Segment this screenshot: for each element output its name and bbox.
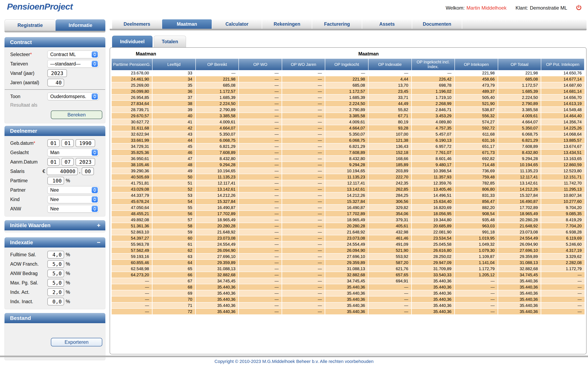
cell-op-pot-intekopen: 5.246,60: [541, 242, 585, 248]
cell-op-wo-jaren: —: [282, 174, 325, 180]
table-row: 29.670,57 40 3.385,58 — — 3.385,58 67,71…: [112, 113, 585, 119]
sidebar: Contract Selecteer* Contract ML Tarieven…: [4, 33, 105, 354]
sub-tab[interactable]: Individueel: [112, 36, 153, 48]
cell-op-indexatie: 553,92: [369, 254, 412, 260]
indexatie-field-input[interactable]: [47, 251, 64, 259]
cell-op-ingekocht: 34.745,45: [325, 278, 369, 284]
cell-op-wo: —: [239, 235, 282, 242]
geslacht-select[interactable]: Man: [47, 149, 99, 156]
cell-op-ingekocht-incl-index: 11.357,93: [412, 174, 455, 180]
cell-parttime-pensioeng: 29.670,57: [112, 113, 153, 119]
cell-op-ingekocht: 17.702,89: [325, 211, 369, 217]
tarieven-select[interactable]: —standaard—: [47, 60, 99, 68]
main-tab[interactable]: Documenten: [412, 19, 462, 29]
indexatie-field-input[interactable]: [47, 269, 64, 277]
cell-op-intekopen: —: [455, 309, 498, 315]
cell-op-intekopen: 1.205,12: [455, 272, 498, 278]
cell-op-wo: —: [239, 150, 282, 156]
cell-leeftijd: 72: [153, 309, 196, 315]
indexatie-field-input[interactable]: [47, 288, 64, 296]
partner-select[interactable]: Nee: [47, 186, 99, 194]
cell-op-pot-intekopen: 12.860,59: [541, 162, 585, 168]
section-indexatie-header[interactable]: Indexatie −: [4, 237, 105, 248]
table-row: 41.751,81 51 12.117,41 — — 12.117,41 242…: [112, 180, 585, 186]
section-deelnemer-title: Deelnemer: [10, 128, 37, 134]
main-tab-label: Calculator: [225, 21, 248, 27]
cell-leeftijd: 65: [153, 266, 196, 272]
geb-month-input[interactable]: [61, 139, 74, 147]
aanm-month-input[interactable]: [61, 158, 74, 166]
parttime-input[interactable]: [47, 177, 64, 184]
vanaf-jaar-input[interactable]: [47, 69, 67, 77]
cell-op-indexatie: 152,18: [369, 150, 412, 156]
main-tab[interactable]: Calculator: [212, 19, 262, 29]
aanm-year-input[interactable]: [76, 158, 95, 166]
cell-op-intekopen: 759,48: [455, 174, 498, 180]
cell-op-wo-jaren: —: [282, 156, 325, 162]
cell-op-indexatie: 306,56: [369, 199, 412, 205]
indexatie-field-input[interactable]: [47, 298, 64, 305]
geb-year-input[interactable]: [76, 139, 95, 147]
cell-op-ingekocht-incl-index: 31.709,89: [412, 266, 455, 272]
cell-op-intekopen: 1.079,30: [455, 248, 498, 254]
cell-parttime-pensioeng: 41.751,81: [112, 180, 153, 186]
welcome-label: Welkom:: [446, 5, 465, 11]
tab-registratie[interactable]: Registratie: [4, 19, 56, 31]
cell-op-ingekocht: 35.440,36: [325, 296, 369, 303]
main-tab[interactable]: Assets: [362, 19, 412, 29]
main-tab[interactable]: Rekeningen: [262, 19, 312, 29]
cell-op-intekopen: —: [455, 284, 498, 290]
cell-leeftijd: 55: [153, 205, 196, 211]
sub-tab[interactable]: Totalen: [154, 36, 186, 48]
section-initiele-waarden: Initiële Waarden +: [4, 220, 105, 233]
collapse-icon[interactable]: −: [97, 239, 100, 246]
table-row: — 72 35.440,36 — — 35.440,36 — 35.440,36…: [112, 309, 585, 315]
cell-op-intekopen: 611,68: [455, 131, 498, 137]
geb-day-input[interactable]: [47, 139, 60, 147]
main-tab[interactable]: Deelnemers: [112, 19, 162, 29]
cell-op-ingekocht: 15.327,84: [325, 199, 369, 205]
jaren-aantal-input[interactable]: [47, 79, 64, 86]
table-row: 62.548,98 65 31.088,13 — — 31.088,13 621…: [112, 266, 585, 272]
cell-op-pot-intekopen: 14.656,70: [541, 95, 585, 101]
cell-op-wo: —: [239, 156, 282, 162]
cell-op-wo-jaren: —: [282, 162, 325, 168]
cell-op-indexatie: —: [369, 290, 412, 296]
cell-op-wo-jaren: —: [282, 235, 325, 242]
expand-icon[interactable]: +: [97, 222, 100, 229]
main-tab[interactable]: Maatman: [162, 19, 212, 29]
indexatie-field-input[interactable]: [47, 279, 64, 287]
bereken-button[interactable]: Bereken: [51, 110, 102, 119]
tab-informatie[interactable]: Informatie: [56, 19, 105, 31]
power-button[interactable]: [575, 4, 582, 11]
kind-select[interactable]: Nee: [47, 196, 99, 203]
welcome-user-name[interactable]: Martin Middelhoek: [467, 5, 507, 11]
cell-op-bereikt: 14.212,26: [196, 192, 239, 199]
salaris-input[interactable]: [47, 167, 78, 175]
cell-leeftijd: 48: [153, 162, 196, 168]
cell-op-totaal: 4.009,61: [498, 113, 541, 119]
cell-parttime-pensioeng: 55.963,78: [112, 242, 153, 248]
exporteren-button[interactable]: Exporteren: [51, 338, 102, 346]
cell-op-ingekocht-incl-index: 13.405,46: [412, 186, 455, 192]
table-row: 23.678,00 33 — — — — — — 221,98 221,98 1…: [112, 70, 585, 76]
contract-select[interactable]: Contract ML: [47, 50, 99, 58]
indexatie-field-label: AOW Franch.: [10, 261, 47, 267]
indexatie-field-input[interactable]: [47, 260, 64, 268]
main-tab[interactable]: Facturering: [312, 19, 362, 29]
cell-parttime-pensioeng: 34.729,31: [112, 143, 153, 150]
salaris-cents-input[interactable]: [82, 167, 94, 175]
anw-select[interactable]: Nee: [47, 205, 99, 213]
section-initiele-waarden-header[interactable]: Initiële Waarden +: [4, 220, 105, 230]
cell-op-wo: —: [239, 284, 282, 290]
toon-select[interactable]: Ouderdomspens.: [47, 92, 99, 100]
cell-op-ingekocht: 1.172,57: [325, 89, 369, 95]
cell-op-totaal: 6.068,75: [498, 131, 541, 137]
cell-op-indexatie: 93,28: [369, 125, 412, 131]
percent-unit: %: [66, 280, 70, 286]
selecteer-label: Selecteer*: [10, 52, 47, 57]
updown-stepper-icon: [92, 150, 98, 156]
cell-op-indexatie: 185,89: [369, 162, 412, 168]
cell-op-ingekocht-incl-index: 2.268,99: [412, 101, 455, 107]
aanm-day-input[interactable]: [47, 158, 60, 166]
